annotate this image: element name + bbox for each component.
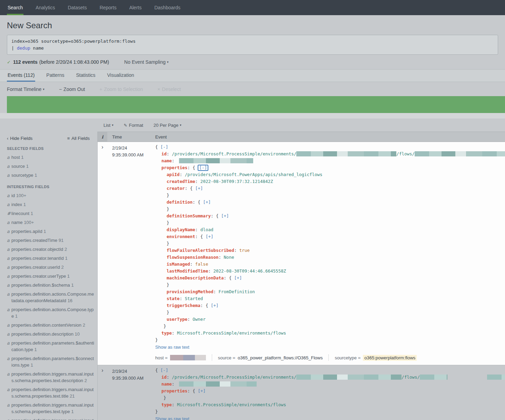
expand-toggle[interactable]: [+] [203, 199, 211, 205]
source-value[interactable]: o365_power_platform_flows://O365_Flows [238, 355, 323, 360]
json-punct: } [167, 282, 169, 287]
format-timeline-button[interactable]: Format Timeline▾ [7, 86, 44, 92]
expand-toggle[interactable]: [-] [160, 144, 168, 150]
json-punct: : [180, 172, 185, 177]
expand-toggle-focused[interactable]: [-] [198, 165, 208, 171]
show-raw-text-link[interactable]: Show as raw text [155, 416, 189, 420]
json-line: displayName: dload [155, 226, 505, 233]
field-item[interactable]: aproperties.definition.parameters.$conne… [7, 355, 95, 368]
expand-toggle[interactable]: [+] [198, 388, 206, 393]
zoom-out-button[interactable]: −Zoom Out [59, 86, 85, 92]
field-item[interactable]: aproperties.definition.actions.Compose.t… [7, 306, 95, 319]
json-line: creator: { [+] [155, 185, 505, 192]
field-item[interactable]: aproperties.creator.userId 2 [7, 264, 95, 270]
tab-patterns[interactable]: Patterns [46, 70, 65, 82]
json-punct: } [167, 206, 169, 212]
field-item[interactable]: aid 100+ [7, 192, 95, 199]
json-key: flowFailureAlertSubscribed [167, 248, 234, 253]
field-item[interactable]: aproperties.createdTime 91 [7, 237, 95, 244]
events-timeline-chart[interactable] [7, 96, 505, 113]
field-type-prefix: a [7, 371, 10, 377]
json-punct: : [167, 151, 172, 156]
expand-toggle[interactable]: [+] [211, 303, 219, 308]
json-value: Owner [192, 317, 206, 322]
json-key: flowSuspensionReason [167, 255, 219, 260]
field-item[interactable]: aproperties.definition.description 10 [7, 331, 95, 337]
json-value: Microsoft.ProcessSimple/environments/flo… [177, 330, 286, 336]
nav-item-datasets[interactable]: Datasets [67, 0, 87, 15]
show-raw-text-link[interactable]: Show as raw text [155, 345, 189, 350]
tab-statistics[interactable]: Statistics [75, 70, 96, 82]
nav-item-dashboards[interactable]: Dashboards [154, 0, 181, 15]
field-item[interactable]: aproperties.creator.userType 1 [7, 273, 95, 279]
expand-toggle[interactable]: [+] [206, 234, 214, 239]
tab-visualization[interactable]: Visualization [107, 70, 135, 82]
field-item[interactable]: aindex 1 [7, 201, 95, 208]
field-item[interactable]: aproperties.apiId 1 [7, 228, 95, 235]
expand-toggle[interactable]: [+] [195, 186, 203, 191]
spl-command: dedup [17, 45, 30, 51]
json-key: state [167, 296, 180, 301]
json-value: /flows/ [396, 151, 415, 156]
field-item[interactable]: aproperties.definition.contentVersion 2 [7, 322, 95, 328]
field-name: properties.definition.description [11, 331, 73, 337]
json-key: createdTime [167, 179, 195, 184]
all-fields-link[interactable]: ≡All Fields [67, 136, 90, 141]
field-count: 1 [70, 283, 74, 288]
json-punct: : { [185, 186, 195, 191]
json-key: properties [161, 165, 187, 170]
field-name: properties.createdTime [11, 238, 57, 243]
field-item[interactable]: aproperties.definition.$schema 1 [7, 282, 95, 288]
search-query-line1: index=o365 sourcetype=o365:powerplatform… [11, 38, 494, 45]
field-count: 1 [22, 202, 26, 207]
field-item[interactable]: asourcetype 1 [7, 172, 95, 178]
hide-fields-link[interactable]: ‹Hide Fields [7, 136, 32, 141]
expand-toggle[interactable]: [+] [234, 275, 242, 280]
event-expand-chevron[interactable]: › [98, 365, 107, 420]
field-item[interactable]: aproperties.definition.parameters.$authe… [7, 340, 95, 353]
spl-argument: name [30, 45, 44, 51]
nav-item-search[interactable]: Search [7, 0, 23, 15]
json-punct: : { [192, 199, 203, 205]
field-count: 91 [57, 238, 63, 243]
format-button[interactable]: ✎Format [124, 123, 143, 128]
event-sampling-dropdown[interactable]: No Event Sampling▾ [124, 59, 168, 65]
sourcetype-value[interactable]: o365:powerplatform:flows [363, 355, 417, 361]
expand-toggle[interactable]: [-] [160, 368, 168, 373]
field-type-prefix: a [7, 264, 10, 270]
nav-item-analytics[interactable]: Analytics [35, 0, 56, 15]
tab-events-[interactable]: Events (112) [7, 70, 35, 82]
event-row: ›2/19/249:35:39.000 AM{ [-]id: /provider… [98, 142, 505, 365]
event-metadata-row: host =source =o365_power_platform_flows:… [155, 355, 505, 361]
field-item[interactable]: aname 100+ [7, 219, 95, 226]
field-item[interactable]: ahost 1 [7, 154, 95, 161]
event-json: { [-]id: /providers/Microsoft.ProcessSim… [151, 142, 505, 365]
per-page-dropdown[interactable]: 20 Per Page▾ [154, 123, 181, 128]
field-item[interactable]: aproperties.definition.triggers.manual.i… [7, 417, 95, 420]
field-item[interactable]: aproperties.definition.triggers.manual.i… [7, 386, 95, 399]
field-item[interactable]: aproperties.definition.triggers.manual.i… [7, 371, 95, 384]
json-punct: : { [200, 303, 211, 308]
nav-item-alerts[interactable]: Alerts [129, 0, 142, 15]
field-item[interactable]: #linecount 1 [7, 210, 95, 217]
json-line: properties: { [-] [155, 164, 505, 171]
field-count: 1 [14, 314, 18, 319]
field-name: properties.definition.triggers.manual.in… [11, 387, 93, 399]
list-type-dropdown[interactable]: List▾ [103, 123, 113, 128]
event-count-qualifier: (before 2/20/24 1:08:43.000 PM) [39, 59, 109, 65]
field-item[interactable]: asource 1 [7, 163, 95, 170]
event-expand-chevron[interactable]: › [98, 142, 107, 365]
expand-toggle[interactable]: [+] [221, 213, 229, 218]
selected-fields-list: ahost 1asource 1asourcetype 1 [7, 154, 97, 178]
event-row: ›2/19/249:35:39.000 AM{ [-]id: /provider… [98, 365, 505, 420]
nav-item-reports[interactable]: Reports [99, 0, 117, 15]
search-query-input[interactable]: index=o365 sourcetype=o365:powerplatform… [7, 35, 498, 55]
field-item[interactable]: aproperties.creator.tenantId 1 [7, 255, 95, 262]
field-name: properties.creator.userId [11, 265, 60, 270]
json-line: isManaged: false [155, 261, 505, 268]
field-item[interactable]: aproperties.definition.triggers.manual.i… [7, 402, 95, 415]
json-line: definitionSummary: { [+] [155, 213, 505, 219]
json-line: machineDescriptionData: { [+] [155, 275, 505, 281]
field-item[interactable]: aproperties.definition.actions.Compose.m… [7, 291, 95, 304]
field-item[interactable]: aproperties.creator.objectId 2 [7, 246, 95, 253]
